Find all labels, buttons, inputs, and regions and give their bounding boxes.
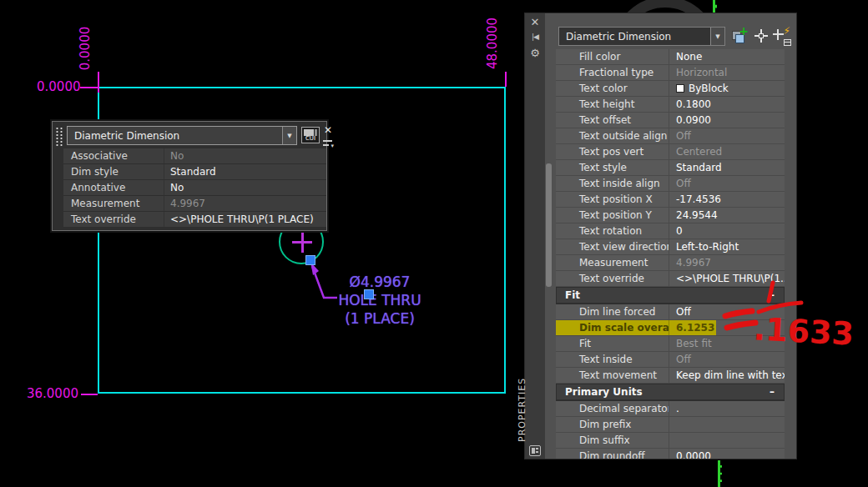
property-label: Measurement xyxy=(63,196,164,211)
plus-icon: + xyxy=(739,24,749,38)
property-label: Text position X xyxy=(556,192,669,207)
callout-line3-text[interactable]: (1 PLACE) xyxy=(335,311,425,326)
panel-drag-handle[interactable] xyxy=(55,127,64,147)
property-value: Off xyxy=(669,128,785,143)
dim-tick-y-zero xyxy=(80,87,98,88)
property-label: Associative xyxy=(63,148,164,163)
chevron-down-icon[interactable]: ▼ xyxy=(282,127,296,144)
close-icon[interactable]: ✕ xyxy=(321,124,335,136)
property-value[interactable]: Left-to-Right xyxy=(669,239,785,254)
property-value[interactable]: Keep dim line with text xyxy=(669,368,785,383)
property-value: Off xyxy=(669,176,785,191)
quick-properties-panel: Diametric Dimension ▼ CUI ✕ ▾ Associativ… xyxy=(52,121,327,231)
property-label: Text inside align xyxy=(556,176,669,191)
grip-handle-circle[interactable] xyxy=(305,255,315,265)
section-header[interactable]: Primary Units– xyxy=(556,384,785,401)
property-value[interactable] xyxy=(669,417,785,432)
property-value[interactable]: 0.0900 xyxy=(669,113,785,128)
property-label: Dim prefix xyxy=(556,417,669,432)
property-value: Centered xyxy=(669,144,785,159)
property-value[interactable]: 24.9544 xyxy=(669,208,785,223)
properties-palette: ✕ |◀ ⚙ PROPERTIES Diametric Dimension ▼ … xyxy=(524,13,797,459)
scrollbar-thumb[interactable] xyxy=(546,163,552,287)
property-label: Annotative xyxy=(63,180,164,195)
qp-property-list: AssociativeNoDim styleStandardAnnotative… xyxy=(63,148,326,228)
property-row: Dim prefix xyxy=(556,417,785,433)
property-label: Text position Y xyxy=(556,208,669,223)
chevron-down-icon[interactable]: ▼ xyxy=(710,28,724,45)
property-label: Dim line forced xyxy=(556,304,669,319)
property-value[interactable]: Standard xyxy=(164,164,326,179)
dim-tick-y-36 xyxy=(81,394,98,395)
property-row: Fractional typeHorizontal xyxy=(556,65,785,81)
property-value: No xyxy=(164,148,326,163)
center-mark-icon xyxy=(301,233,304,253)
palette-titlebar: ✕ |◀ ⚙ PROPERTIES xyxy=(525,13,545,459)
property-value: 4.9967 xyxy=(164,196,326,211)
property-label: Decimal separator xyxy=(556,401,669,416)
select-objects-button[interactable] xyxy=(754,29,768,43)
property-value[interactable]: None xyxy=(669,49,785,64)
property-label: Text override xyxy=(63,212,164,227)
cui-button[interactable]: CUI xyxy=(301,127,320,143)
property-label: Text color xyxy=(556,81,669,96)
property-row: Decimal separator. xyxy=(556,401,785,417)
property-value[interactable]: No xyxy=(164,180,326,195)
auto-hide-icon[interactable]: |◀ xyxy=(525,33,545,41)
palette-properties-icon xyxy=(529,445,541,456)
property-value[interactable]: Standard xyxy=(669,160,785,175)
callout-diameter-text[interactable]: Ø4.9967 xyxy=(338,274,421,289)
property-label: Text inside xyxy=(556,352,669,367)
qp-property-row: AssociativeNo xyxy=(63,148,326,164)
dim-tick-x-zero xyxy=(98,72,99,93)
palette-body: Diametric Dimension ▼ + ⚡ Fill colorNone… xyxy=(545,13,796,459)
property-row: Dim suffix xyxy=(556,433,785,449)
callout-line2-text[interactable]: HOLE THRU xyxy=(333,293,426,308)
grip-handle-text[interactable] xyxy=(364,289,374,299)
property-label: Dim style xyxy=(63,164,164,179)
gear-icon[interactable]: ⚙ xyxy=(525,47,545,59)
property-row: Text rotation0 xyxy=(556,223,785,239)
toggle-pickadd-button[interactable]: + xyxy=(730,28,747,44)
property-value[interactable]: 0.1800 xyxy=(669,97,785,112)
property-value: Horizontal xyxy=(669,65,785,80)
qp-property-row: Text override<>\PHOLE THRU\P(1 PLACE) xyxy=(63,212,326,228)
green-construction-line-bottom xyxy=(718,460,722,487)
options-icon[interactable]: ▾ xyxy=(322,138,334,148)
object-selector-dropdown[interactable]: Diametric Dimension ▼ xyxy=(558,27,725,46)
property-label: Fit xyxy=(556,336,669,351)
annotation-value: .1633 xyxy=(753,310,855,352)
dim-label-y-zero: 0.0000 xyxy=(37,81,78,93)
qp-object-type-dropdown[interactable]: Diametric Dimension ▼ xyxy=(67,126,297,145)
quick-select-button[interactable]: ⚡ xyxy=(773,28,791,46)
property-value[interactable]: 0 xyxy=(669,223,785,238)
property-value[interactable]: ByBlock xyxy=(669,81,785,96)
qp-object-type-value: Diametric Dimension xyxy=(68,130,282,142)
dim-label-x-48: 48.0000 xyxy=(487,16,499,71)
green-construction-line-top xyxy=(713,0,717,13)
property-label: Dim roundoff xyxy=(556,449,669,459)
property-label: Text override xyxy=(556,271,669,286)
property-row: Text colorByBlock xyxy=(556,81,785,97)
property-value[interactable]: . xyxy=(669,401,785,416)
property-value[interactable] xyxy=(669,433,785,448)
property-row: Text offset0.0900 xyxy=(556,113,785,128)
collapse-button[interactable]: – xyxy=(767,386,777,398)
property-row: Text position Y24.9544 xyxy=(556,208,785,223)
crosshair-icon xyxy=(773,29,784,40)
qp-property-row: Dim styleStandard xyxy=(63,164,326,180)
property-label: Fill color xyxy=(556,49,669,64)
property-label: Measurement xyxy=(556,255,669,270)
close-icon[interactable]: ✕ xyxy=(525,16,545,28)
pickbox-icon xyxy=(759,33,764,38)
property-row: Dim roundoff0.0000 xyxy=(556,449,785,459)
property-value[interactable]: -17.4536 xyxy=(669,192,785,207)
lightning-icon: ⚡ xyxy=(784,25,790,37)
property-value[interactable]: 0.0000 xyxy=(669,449,785,459)
property-value[interactable]: <>\PHOLE THRU\P(1 PLACE) xyxy=(164,212,326,227)
color-swatch xyxy=(676,84,684,93)
property-label: Text height xyxy=(556,97,669,112)
dim-tick-x-48 xyxy=(505,72,507,87)
section-title: Fit xyxy=(565,289,580,301)
property-row: Text inside alignOff xyxy=(556,176,785,192)
